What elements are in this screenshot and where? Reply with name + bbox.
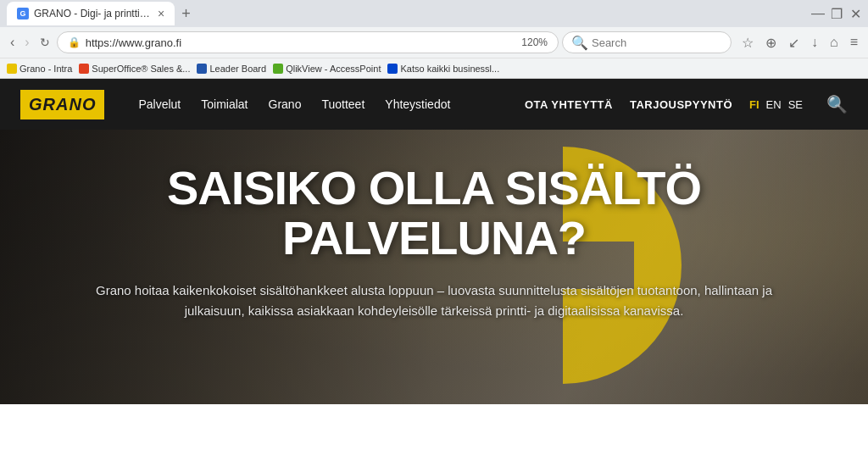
pocket-icon[interactable]: ↙ — [785, 33, 803, 53]
nav-yhteystiedot[interactable]: Yhteystiedot — [385, 97, 450, 111]
forward-button[interactable]: › — [21, 31, 32, 53]
bookmark-grano-intra[interactable]: Grano - Intra — [7, 64, 72, 74]
bookmark-label: Katso kaikki businessl... — [400, 64, 499, 74]
address-bar: ‹ › ↻ 🔒 https://www.grano.fi 120% 🔍 ☆ ⊕ … — [0, 27, 868, 58]
bookmark-label: Leader Board — [209, 64, 266, 74]
home-icon[interactable]: ⌂ — [826, 33, 842, 52]
hero-headline: SAISIKO OLLA SISÄLTÖ PALVELUNA? — [68, 164, 800, 264]
url-text: https://www.grano.fi — [86, 36, 517, 49]
toolbar-icons: ☆ ⊕ ↙ ↓ ⌂ ≡ — [738, 33, 861, 53]
maximize-button[interactable]: ❐ — [831, 8, 843, 19]
bookmark-superoffice[interactable]: SuperOffice® Sales &... — [79, 64, 190, 74]
bookmark-label: SuperOffice® Sales &... — [92, 64, 190, 74]
tab-favicon: G — [17, 8, 29, 19]
lang-se[interactable]: SE — [788, 98, 803, 111]
language-selector: FI EN SE — [749, 98, 803, 111]
website: GRANO Palvelut Toimialat Grano Tuotteet … — [0, 79, 868, 404]
new-tab-button[interactable]: + — [175, 3, 198, 25]
main-nav: Palvelut Toimialat Grano Tuotteet Yhteys… — [138, 97, 450, 111]
reload-button[interactable]: ↻ — [36, 34, 53, 51]
extensions-icon[interactable]: ⊕ — [762, 33, 780, 53]
window-controls: — ❐ ✕ — [812, 8, 861, 19]
bookmark-label: QlikView - AccessPoint — [286, 64, 381, 74]
tab-title: GRANO - Digi- ja printtip... — [34, 8, 153, 19]
hero-body-text: Grano hoitaa kaikenkokoiset sisältöhankk… — [86, 280, 782, 321]
lang-en[interactable]: EN — [766, 98, 782, 111]
bookmarks-bar: Grano - Intra SuperOffice® Sales &... Le… — [0, 58, 868, 78]
title-bar: G GRANO - Digi- ja printtip... × + — ❐ ✕ — [0, 0, 868, 27]
site-logo[interactable]: GRANO — [20, 90, 104, 119]
download-icon[interactable]: ↓ — [808, 33, 821, 52]
search-icon: 🔍 — [571, 35, 588, 51]
active-tab[interactable]: G GRANO - Digi- ja printtip... × — [7, 2, 175, 25]
search-box[interactable]: 🔍 — [562, 31, 732, 53]
nav-tuotteet[interactable]: Tuotteet — [321, 97, 364, 111]
bookmark-favicon — [273, 64, 283, 74]
bookmark-favicon — [79, 64, 89, 74]
nav-toimialat[interactable]: Toimialat — [201, 97, 248, 111]
hero-headline-line2: PALVELUNA? — [68, 214, 800, 264]
nav-grano[interactable]: Grano — [269, 97, 302, 111]
menu-icon[interactable]: ≡ — [847, 33, 861, 52]
nav-palvelut[interactable]: Palvelut — [138, 97, 181, 111]
bookmark-leader[interactable]: Leader Board — [197, 64, 266, 74]
hero-content: SAISIKO OLLA SISÄLTÖ PALVELUNA? Grano ho… — [0, 130, 868, 347]
tab-close-button[interactable]: × — [158, 8, 164, 19]
hero-headline-line1: SAISIKO OLLA SISÄLTÖ — [68, 164, 800, 214]
back-button[interactable]: ‹ — [7, 31, 18, 53]
zoom-level: 120% — [521, 36, 548, 48]
bookmark-label: Grano - Intra — [19, 64, 72, 74]
cta-ota-yhteytta[interactable]: OTA YHTEYTTÄ — [525, 98, 613, 111]
bookmark-favicon — [197, 64, 207, 74]
bookmark-favicon — [7, 64, 17, 74]
bookmark-star-icon[interactable]: ☆ — [738, 33, 757, 53]
lock-icon: 🔒 — [68, 36, 81, 48]
site-nav: GRANO Palvelut Toimialat Grano Tuotteet … — [0, 79, 868, 130]
bookmark-favicon — [387, 64, 398, 74]
bookmark-qlik[interactable]: QlikView - AccessPoint — [273, 64, 381, 74]
close-window-button[interactable]: ✕ — [849, 8, 861, 19]
search-input[interactable] — [592, 36, 702, 49]
tab-bar: G GRANO - Digi- ja printtip... × + — [7, 2, 198, 25]
nav-right: OTA YHTEYTTÄ TARJOUSPYYNTÖ FI EN SE 🔍 — [525, 94, 848, 114]
minimize-button[interactable]: — — [812, 8, 824, 19]
logo-text: GRANO — [20, 90, 104, 119]
bookmark-katso[interactable]: Katso kaikki businessl... — [387, 64, 499, 74]
lang-fi[interactable]: FI — [749, 98, 760, 111]
hero-section: SAISIKO OLLA SISÄLTÖ PALVELUNA? Grano ho… — [0, 130, 868, 404]
browser-chrome: G GRANO - Digi- ja printtip... × + — ❐ ✕… — [0, 0, 868, 79]
url-bar[interactable]: 🔒 https://www.grano.fi 120% — [57, 31, 559, 53]
search-icon-nav[interactable]: 🔍 — [826, 94, 848, 114]
cta-tarjouspyynto[interactable]: TARJOUSPYYNTÖ — [630, 98, 732, 111]
